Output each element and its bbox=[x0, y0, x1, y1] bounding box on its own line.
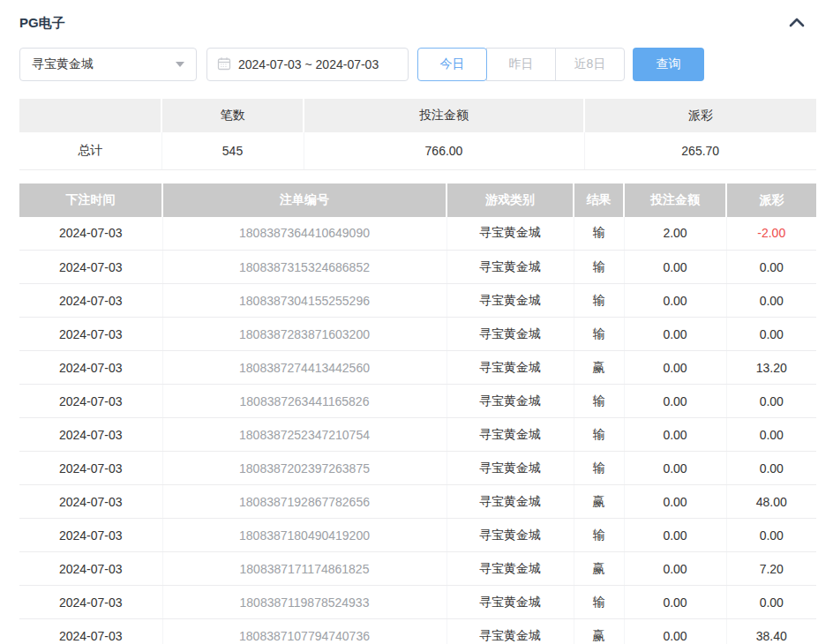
cell-result: 输 bbox=[574, 251, 624, 284]
cell-payout: 0.00 bbox=[726, 586, 816, 619]
game-select[interactable]: 寻宝黄金城 bbox=[19, 48, 197, 81]
cell-bet-id: 1808387107794740736 bbox=[162, 619, 447, 644]
date-range-value: 2024-07-03 ~ 2024-07-03 bbox=[238, 57, 379, 71]
table-row: 2024-07-03 1808387283871603200 寻宝黄金城 输 0… bbox=[19, 318, 816, 351]
cell-payout: -2.00 bbox=[726, 217, 816, 251]
cell-bet-amount: 0.00 bbox=[624, 318, 726, 351]
query-button[interactable]: 查询 bbox=[633, 48, 704, 81]
cell-game-type: 寻宝黄金城 bbox=[447, 418, 574, 452]
col-game-type: 游戏类别 bbox=[447, 183, 574, 217]
table-row: 2024-07-03 1808387274413442560 寻宝黄金城 赢 0… bbox=[19, 351, 816, 385]
cell-payout: 0.00 bbox=[726, 418, 816, 452]
cell-bet-id: 1808387252347210754 bbox=[162, 418, 447, 452]
summary-total-bet-amount: 766.00 bbox=[304, 132, 584, 169]
cell-payout: 0.00 bbox=[726, 452, 816, 485]
col-payout: 派彩 bbox=[726, 183, 816, 217]
cell-bet-amount: 0.00 bbox=[624, 452, 726, 485]
col-result: 结果 bbox=[574, 183, 624, 217]
summary-col-blank bbox=[19, 99, 161, 132]
cell-bet-amount: 2.00 bbox=[624, 217, 726, 251]
cell-bet-id: 1808387119878524933 bbox=[162, 586, 447, 619]
cell-result: 输 bbox=[574, 418, 624, 452]
cell-game-type: 寻宝黄金城 bbox=[447, 284, 574, 318]
summary-total-payout: 265.70 bbox=[584, 132, 816, 169]
summary-total-count: 545 bbox=[161, 132, 304, 169]
cell-payout: 0.00 bbox=[726, 318, 816, 351]
cell-bet-id: 1808387202397263875 bbox=[162, 452, 447, 485]
summary-col-payout: 派彩 bbox=[584, 99, 816, 132]
cell-bet-time: 2024-07-03 bbox=[19, 217, 162, 251]
cell-bet-id: 1808387192867782656 bbox=[162, 485, 447, 519]
records-table-body: 2024-07-03 1808387364410649090 寻宝黄金城 输 2… bbox=[19, 217, 816, 644]
table-row: 2024-07-03 1808387192867782656 寻宝黄金城 赢 0… bbox=[19, 485, 816, 519]
cell-game-type: 寻宝黄金城 bbox=[447, 485, 574, 519]
cell-result: 输 bbox=[574, 318, 624, 351]
panel-header: PG电子 bbox=[19, 12, 816, 34]
table-row: 2024-07-03 1808387304155255296 寻宝黄金城 输 0… bbox=[19, 284, 816, 318]
chevron-up-icon bbox=[789, 17, 805, 30]
cell-result: 赢 bbox=[574, 552, 624, 586]
cell-bet-id: 1808387180490419200 bbox=[162, 519, 447, 552]
cell-bet-amount: 0.00 bbox=[624, 385, 726, 418]
yesterday-button[interactable]: 昨日 bbox=[486, 48, 556, 81]
cell-payout: 0.00 bbox=[726, 284, 816, 318]
cell-game-type: 寻宝黄金城 bbox=[447, 586, 574, 619]
cell-result: 输 bbox=[574, 217, 624, 251]
col-bet-time: 下注时间 bbox=[19, 183, 162, 217]
cell-bet-time: 2024-07-03 bbox=[19, 485, 162, 519]
cell-bet-time: 2024-07-03 bbox=[19, 586, 162, 619]
cell-game-type: 寻宝黄金城 bbox=[447, 552, 574, 586]
cell-result: 输 bbox=[574, 519, 624, 552]
table-row: 2024-07-03 1808387263441165826 寻宝黄金城 输 0… bbox=[19, 385, 816, 418]
date-range-input[interactable]: 2024-07-03 ~ 2024-07-03 bbox=[206, 48, 409, 81]
cell-result: 赢 bbox=[574, 619, 624, 644]
summary-col-bet-amount: 投注金额 bbox=[304, 99, 584, 132]
cell-bet-time: 2024-07-03 bbox=[19, 418, 162, 452]
game-select-value: 寻宝黄金城 bbox=[32, 56, 94, 72]
summary-header-row: 笔数 投注金额 派彩 bbox=[19, 99, 816, 132]
records-header-row: 下注时间 注单编号 游戏类别 结果 投注金额 派彩 bbox=[19, 183, 816, 217]
cell-result: 输 bbox=[574, 586, 624, 619]
cell-bet-time: 2024-07-03 bbox=[19, 552, 162, 586]
cell-game-type: 寻宝黄金城 bbox=[447, 217, 574, 251]
cell-bet-amount: 0.00 bbox=[624, 251, 726, 284]
cell-payout: 0.00 bbox=[726, 385, 816, 418]
table-row: 2024-07-03 1808387202397263875 寻宝黄金城 输 0… bbox=[19, 452, 816, 485]
today-button[interactable]: 今日 bbox=[417, 48, 487, 81]
cell-bet-amount: 0.00 bbox=[624, 586, 726, 619]
cell-bet-amount: 0.00 bbox=[624, 284, 726, 318]
table-row: 2024-07-03 1808387180490419200 寻宝黄金城 输 0… bbox=[19, 519, 816, 552]
pg-report-panel: PG电子 寻宝黄金城 bbox=[0, 0, 818, 644]
last-8-days-button[interactable]: 近8日 bbox=[555, 48, 625, 81]
cell-payout: 38.40 bbox=[726, 619, 816, 644]
cell-result: 输 bbox=[574, 452, 624, 485]
cell-bet-id: 1808387171174861825 bbox=[162, 552, 447, 586]
cell-game-type: 寻宝黄金城 bbox=[447, 385, 574, 418]
table-row: 2024-07-03 1808387119878524933 寻宝黄金城 输 0… bbox=[19, 586, 816, 619]
cell-game-type: 寻宝黄金城 bbox=[447, 452, 574, 485]
cell-payout: 7.20 bbox=[726, 552, 816, 586]
cell-bet-amount: 0.00 bbox=[624, 485, 726, 519]
summary-table: 笔数 投注金额 派彩 总计 545 766.00 265.70 bbox=[19, 99, 816, 170]
cell-result: 赢 bbox=[574, 351, 624, 385]
cell-bet-amount: 0.00 bbox=[624, 552, 726, 586]
table-row: 2024-07-03 1808387315324686852 寻宝黄金城 输 0… bbox=[19, 251, 816, 284]
records-table: 下注时间 注单编号 游戏类别 结果 投注金额 派彩 2024-07-03 180… bbox=[19, 183, 816, 644]
cell-bet-amount: 0.00 bbox=[624, 418, 726, 452]
cell-bet-id: 1808387315324686852 bbox=[162, 251, 447, 284]
cell-bet-id: 1808387263441165826 bbox=[162, 385, 447, 418]
cell-game-type: 寻宝黄金城 bbox=[447, 519, 574, 552]
cell-payout: 0.00 bbox=[726, 251, 816, 284]
cell-game-type: 寻宝黄金城 bbox=[447, 351, 574, 385]
col-bet-id: 注单编号 bbox=[162, 183, 447, 217]
cell-payout: 0.00 bbox=[726, 519, 816, 552]
cell-bet-time: 2024-07-03 bbox=[19, 284, 162, 318]
filter-bar: 寻宝黄金城 2024-07-03 ~ 2024-07-03 bbox=[19, 48, 816, 81]
cell-bet-time: 2024-07-03 bbox=[19, 519, 162, 552]
cell-bet-id: 1808387304155255296 bbox=[162, 284, 447, 318]
cell-bet-id: 1808387283871603200 bbox=[162, 318, 447, 351]
collapse-button[interactable] bbox=[789, 17, 805, 30]
cell-game-type: 寻宝黄金城 bbox=[447, 318, 574, 351]
col-bet-amount: 投注金额 bbox=[624, 183, 726, 217]
table-row: 2024-07-03 1808387171174861825 寻宝黄金城 赢 0… bbox=[19, 552, 816, 586]
